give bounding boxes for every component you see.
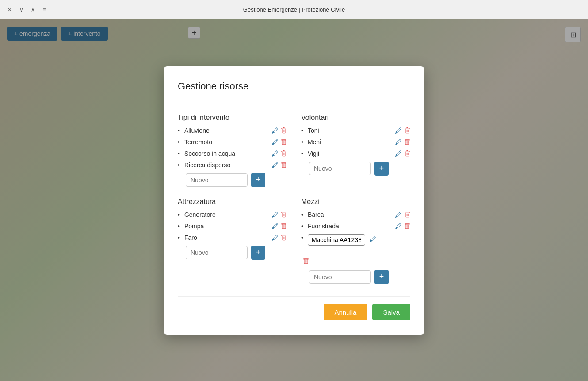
item-name: Generatore <box>184 211 269 218</box>
mezzi-section: Mezzi Barca Fuoristrada <box>301 198 410 284</box>
item-name: Meni <box>308 139 393 146</box>
edit-icon[interactable] <box>272 235 278 241</box>
edit-icon[interactable] <box>272 162 278 168</box>
item-name: Faro <box>184 234 269 241</box>
edit-icon[interactable] <box>272 150 278 157</box>
volontari-new-row: + <box>301 162 410 176</box>
list-item: Soccorso in acqua <box>178 150 287 157</box>
gestione-risorse-modal: Gestione risorse Tipi di intervento Allu… <box>164 66 424 335</box>
tipi-intervento-section: Tipi di intervento Alluvione <box>178 114 287 187</box>
modal-title: Gestione risorse <box>178 81 410 92</box>
attrezzatura-section: Attrezzatura Generatore Pomp <box>178 198 287 284</box>
delete-icon[interactable] <box>404 223 410 229</box>
item-name: Soccorso in acqua <box>184 150 269 157</box>
delete-icon[interactable] <box>404 212 410 218</box>
delete-icon[interactable] <box>281 127 287 134</box>
tipi-intervento-new-row: + <box>178 173 287 187</box>
delete-icon[interactable] <box>281 223 287 229</box>
tipi-intervento-list: Alluvione Terremoto <box>178 127 287 169</box>
edit-icon[interactable] <box>395 127 401 134</box>
list-item: Pompa <box>178 223 287 230</box>
mezzi-add-button[interactable]: + <box>374 270 389 284</box>
list-item: Generatore <box>178 211 287 218</box>
mezzi-title: Mezzi <box>301 198 410 206</box>
list-item: Fuoristrada <box>301 223 410 230</box>
list-item: Terremoto <box>178 139 287 146</box>
attrezzatura-list: Generatore Pompa <box>178 211 287 241</box>
item-name: Toni <box>308 127 393 134</box>
tipi-intervento-add-button[interactable]: + <box>251 173 265 187</box>
item-name: Alluvione <box>184 127 269 134</box>
app-title: Gestione Emergenze | Protezione Civile <box>243 6 345 13</box>
volontari-title: Volontari <box>301 114 410 122</box>
list-item: Faro <box>178 234 287 241</box>
delete-icon[interactable] <box>281 212 287 218</box>
chevron-down-icon[interactable]: ∨ <box>17 5 26 14</box>
attrezzatura-title: Attrezzatura <box>178 198 287 206</box>
list-item-editing <box>301 234 410 266</box>
list-item: Toni <box>301 127 410 134</box>
delete-icon[interactable] <box>404 127 410 134</box>
annulla-button[interactable]: Annulla <box>324 304 367 320</box>
mezzi-editing-input[interactable] <box>308 234 365 246</box>
menu-icon[interactable]: ≡ <box>40 5 49 14</box>
mezzi-list: Barca Fuoristrada <box>301 211 410 266</box>
edit-icon[interactable] <box>395 223 401 229</box>
modal-footer: Annulla Salva <box>178 296 410 320</box>
main-area: + emergenza + intervento + ⊞ Gestione ri… <box>0 19 588 381</box>
modal-divider <box>178 103 410 103</box>
close-button[interactable]: ✕ <box>5 5 14 14</box>
salva-button[interactable]: Salva <box>372 304 410 320</box>
edit-icon[interactable] <box>272 212 278 218</box>
edit-icon[interactable] <box>370 236 376 242</box>
edit-icon[interactable] <box>272 223 278 229</box>
attrezzatura-new-row: + <box>178 246 287 260</box>
edit-icon[interactable] <box>395 139 401 145</box>
list-item: Alluvione <box>178 127 287 134</box>
attrezzatura-add-button[interactable]: + <box>251 246 265 260</box>
edit-icon[interactable] <box>272 127 278 134</box>
volontari-section: Volontari Toni Meni <box>301 114 410 187</box>
titlebar: ✕ ∨ ∧ ≡ Gestione Emergenze | Protezione … <box>0 0 588 19</box>
list-item: Ricerca disperso <box>178 162 287 169</box>
item-name: Barca <box>308 211 393 218</box>
mezzi-new-input[interactable] <box>309 270 371 284</box>
delete-icon[interactable] <box>281 235 287 241</box>
delete-icon[interactable] <box>281 162 287 168</box>
delete-icon[interactable] <box>303 258 410 266</box>
edit-icon[interactable] <box>395 212 401 218</box>
titlebar-controls: ✕ ∨ ∧ ≡ <box>5 5 49 14</box>
list-item: Meni <box>301 139 410 146</box>
list-item: Vigji <box>301 150 410 157</box>
volontari-add-button[interactable]: + <box>374 162 389 176</box>
modal-overlay: Gestione risorse Tipi di intervento Allu… <box>0 19 588 381</box>
volontari-new-input[interactable] <box>309 162 371 175</box>
item-name: Terremoto <box>184 139 269 146</box>
volontari-list: Toni Meni <box>301 127 410 157</box>
item-name: Pompa <box>184 223 269 230</box>
item-name: Ricerca disperso <box>184 162 269 169</box>
modal-grid: Tipi di intervento Alluvione <box>178 114 410 284</box>
mezzi-new-row: + <box>301 270 410 284</box>
delete-icon[interactable] <box>281 150 287 157</box>
delete-icon[interactable] <box>404 139 410 145</box>
item-name: Vigji <box>308 150 393 157</box>
edit-icon[interactable] <box>395 150 401 157</box>
list-item: Barca <box>301 211 410 218</box>
edit-icon[interactable] <box>272 139 278 145</box>
chevron-up-icon[interactable]: ∧ <box>28 5 37 14</box>
tipi-intervento-new-input[interactable] <box>186 173 248 187</box>
item-name: Fuoristrada <box>308 223 393 230</box>
delete-icon[interactable] <box>404 150 410 157</box>
delete-icon[interactable] <box>281 139 287 145</box>
attrezzatura-new-input[interactable] <box>186 246 248 259</box>
tipi-intervento-title: Tipi di intervento <box>178 114 287 122</box>
